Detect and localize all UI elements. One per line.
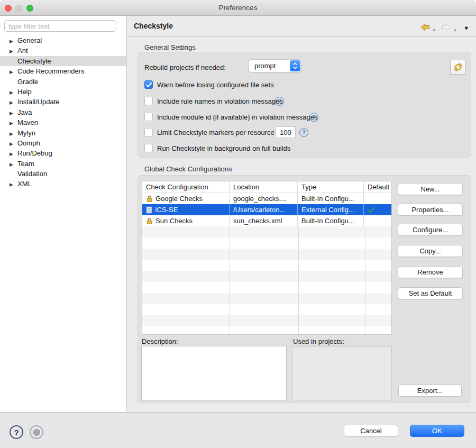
forward-button-disabled (442, 23, 451, 31)
footer-bar: ? Cancel OK (0, 412, 476, 448)
description-label: Description: (142, 337, 178, 345)
rule-names-checkbox[interactable] (144, 97, 153, 105)
column-divider (298, 226, 299, 334)
limit-markers-checkbox-label: Limit Checkstyle markers per resource to (157, 129, 282, 136)
used-in-projects-box (292, 346, 392, 400)
preference-recorder-button[interactable] (30, 425, 43, 439)
table-row[interactable]: Google Checks google_checks.... Built-In… (142, 193, 391, 204)
sidebar-item-gradle[interactable]: ▶Gradle (0, 77, 126, 87)
tree-item-label: Run/Debug (17, 149, 52, 157)
table-header-row: Check Configuration Location Type Defaul… (142, 181, 391, 193)
sidebar-item-java[interactable]: ▶Java (0, 107, 126, 117)
sidebar-item-team[interactable]: ▶Team (0, 159, 126, 169)
sidebar-item-oomph[interactable]: ▶Oomph (0, 138, 126, 148)
global-configs-label: Global Check Configurations (144, 165, 232, 173)
sidebar-item-validation[interactable]: ▶Validation (0, 169, 126, 179)
config-name: ICS-SE (155, 204, 178, 215)
preferences-window: Preferences ▶General ▶Ant ▶Checkstyle ▶C… (0, 0, 476, 448)
chevron-right-icon: ▶ (10, 180, 17, 190)
lock-icon (146, 195, 153, 203)
sidebar-item-mylyn[interactable]: ▶Mylyn (0, 128, 126, 138)
chevron-right-icon: ▶ (10, 98, 17, 108)
sidebar-item-general[interactable]: ▶General (0, 35, 126, 45)
rebuild-dropdown[interactable]: prompt (249, 59, 301, 72)
cancel-button[interactable]: Cancel (344, 425, 398, 437)
help-icon[interactable]: ? (309, 113, 318, 122)
marker-limit-input[interactable] (276, 126, 296, 138)
column-header[interactable]: Check Configuration (142, 181, 230, 193)
warn-checkbox-label: Warn before losing configured file sets (157, 81, 274, 89)
tree-item-label: Validation (17, 170, 47, 178)
rebuild-now-button[interactable] (450, 60, 466, 75)
sidebar-item-help[interactable]: ▶Help (0, 87, 126, 97)
general-settings-label: General Settings (144, 43, 196, 51)
table-row[interactable]: Sun Checks sun_checks.xml Built-In Confi… (142, 215, 391, 226)
new-button[interactable]: New... (398, 183, 463, 195)
sidebar-item-run-debug[interactable]: ▶Run/Debug (0, 148, 126, 158)
copy-button[interactable]: Copy... (398, 245, 463, 257)
set-as-default-button[interactable]: Set as Default (398, 287, 463, 299)
sidebar-item-ant[interactable]: ▶Ant (0, 45, 126, 56)
config-location: sun_checks.xml (230, 215, 298, 226)
remove-button[interactable]: Remove (398, 266, 463, 278)
preferences-tree: ▶General ▶Ant ▶Checkstyle ▶Code Recommen… (0, 35, 126, 189)
used-in-projects-label: Used in projects: (293, 337, 344, 345)
view-menu-icon[interactable]: ▼ (463, 25, 469, 31)
help-icon[interactable]: ? (299, 128, 308, 137)
module-id-checkbox-label: Include module id (if available) in viol… (157, 113, 318, 121)
sidebar-item-maven[interactable]: ▶Maven (0, 117, 126, 127)
chevron-right-icon: ▶ (10, 149, 17, 159)
filter-input[interactable] (4, 20, 116, 32)
properties-button[interactable]: Properties... (398, 204, 463, 216)
column-divider (230, 226, 230, 334)
check-config-table: Check Configuration Location Type Defaul… (142, 181, 392, 335)
sidebar-item-xml[interactable]: ▶XML (0, 179, 126, 189)
tree-item-label: Gradle (17, 78, 38, 86)
configure-button[interactable]: Configure... (398, 224, 463, 236)
tree-item-label: Ant (17, 47, 28, 54)
warn-checkbox[interactable] (144, 80, 153, 89)
rebuild-label: Rebuild projects if needed: (144, 63, 226, 71)
back-history-dropdown-icon[interactable]: ▼ (432, 28, 436, 33)
limit-markers-checkbox[interactable] (144, 128, 153, 136)
sidebar-item-checkstyle[interactable]: ▶Checkstyle (0, 56, 126, 66)
export-button[interactable]: Export... (398, 385, 462, 397)
config-location: /Users/carleton... (230, 204, 298, 215)
config-type: External Config... (298, 204, 364, 215)
tree-item-label: XML (17, 180, 32, 188)
column-header[interactable]: Location (230, 181, 298, 193)
table-row-selected[interactable]: ICS-SE /Users/carleton... External Confi… (142, 204, 391, 215)
description-textarea[interactable] (141, 346, 287, 400)
rule-names-checkbox-label: Include rule names in violation messages (157, 97, 283, 105)
column-header[interactable]: Default (364, 181, 391, 193)
help-icon[interactable]: ? (275, 97, 284, 106)
config-type: Built-In Configu... (298, 215, 364, 226)
sidebar-item-install-update[interactable]: ▶Install/Update (0, 97, 126, 107)
page-title: Checkstyle (134, 22, 173, 30)
tree-item-label: Team (17, 160, 34, 168)
tree-item-label: General (17, 36, 42, 44)
config-type: Built-In Configu... (298, 193, 364, 204)
background-build-checkbox[interactable] (144, 144, 153, 152)
config-name: Google Checks (155, 193, 203, 204)
config-default (364, 193, 391, 204)
window-title: Preferences (0, 0, 476, 16)
tree-item-label: Install/Update (17, 98, 60, 106)
module-id-checkbox[interactable] (144, 113, 153, 121)
ok-button[interactable]: OK (410, 425, 464, 437)
column-divider (365, 226, 365, 334)
back-button[interactable] (420, 23, 430, 31)
chevron-right-icon: ▶ (10, 118, 17, 129)
help-button[interactable]: ? (10, 425, 23, 439)
dropdown-chevrons-icon (290, 60, 300, 71)
refresh-icon (453, 62, 463, 72)
column-header[interactable]: Type (298, 181, 364, 193)
config-location: google_checks.... (230, 193, 298, 204)
sidebar-item-code-recommenders[interactable]: ▶Code Recommenders (0, 66, 126, 76)
document-icon (146, 206, 152, 214)
lock-icon (146, 217, 153, 225)
tree-item-label: Maven (17, 118, 38, 126)
config-default (364, 215, 391, 226)
tree-item-label: Code Recommenders (17, 67, 84, 75)
default-check-icon (368, 206, 376, 213)
